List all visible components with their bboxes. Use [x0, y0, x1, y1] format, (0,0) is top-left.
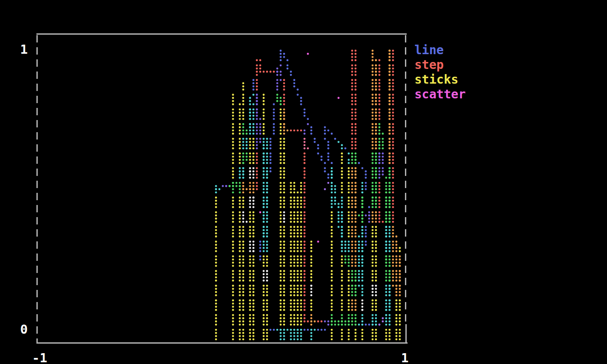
plot-border-right [405, 35, 406, 323]
legend-item-sticks: sticks [414, 72, 466, 87]
legend: line step sticks scatter [414, 43, 466, 102]
plot-canvas [37, 34, 405, 343]
plot-border-corner [405, 324, 407, 343]
x-tick-left: -1 [32, 351, 47, 364]
legend-item-line: line [414, 43, 466, 58]
x-tick-right: 1 [401, 351, 408, 364]
legend-item-scatter: scatter [414, 87, 466, 102]
y-tick-bottom: 0 [16, 323, 28, 336]
legend-item-step: step [414, 58, 466, 72]
terminal-screen: 1 0 -1 1 line step sticks scatter [0, 0, 607, 364]
y-tick-top: 1 [16, 43, 28, 56]
